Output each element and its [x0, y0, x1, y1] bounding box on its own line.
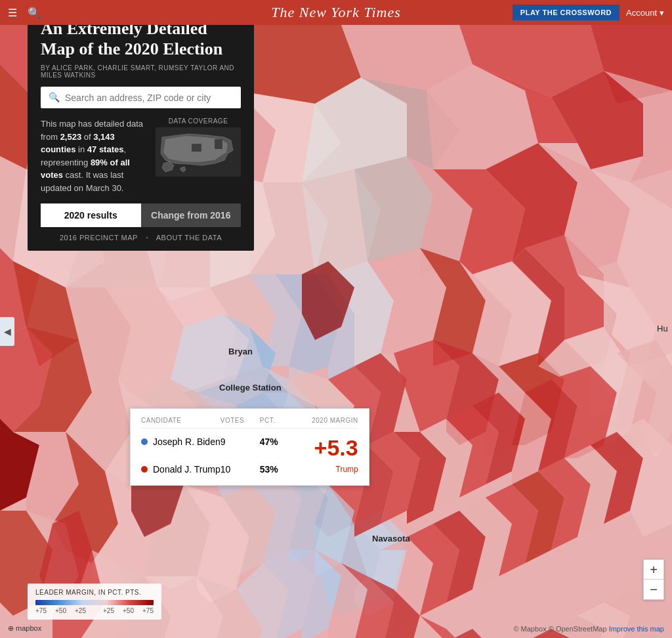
zoom-controls: + − [643, 559, 664, 600]
coverage-label: DATA COVERAGE [156, 117, 241, 125]
mapbox-logo: ⊕ mapbox [8, 624, 41, 633]
legend-r25: +25 [103, 607, 114, 614]
improve-map-link[interactable]: Improve this map [609, 625, 664, 633]
trump-pct: 53% [260, 464, 293, 475]
zoom-in-button[interactable]: + [644, 560, 663, 580]
panel-body: This map has detailed data from 2,523 of… [41, 117, 241, 194]
candidate-row-trump: Donald J. Trump 10 53% Trump [141, 461, 358, 477]
biden-name: Joseph R. Biden [141, 436, 220, 447]
popup-header: CANDIDATE VOTES PCT. 2020 MARGIN [141, 417, 358, 429]
precinct-map-link[interactable]: 2016 PRECINCT MAP [60, 234, 138, 242]
legend: LEADER MARGIN, IN PCT. PTS. +75 +50 +25 … [28, 584, 161, 620]
biden-label: Joseph R. Biden [153, 436, 220, 447]
crossword-button[interactable]: PLAY THE CROSSWORD [513, 5, 620, 20]
col-margin-header: 2020 MARGIN [293, 417, 358, 424]
btn-2020[interactable]: 2020 results [41, 203, 141, 227]
svg-rect-139 [215, 139, 222, 149]
trump-dot [141, 466, 148, 473]
footer-separator: • [146, 234, 148, 242]
legend-r50: +50 [123, 607, 134, 614]
side-arrow[interactable]: ◀ [0, 317, 14, 346]
attribution: © Mapbox © OpenStreetMap Improve this ma… [513, 625, 664, 633]
search-icon: 🔍 [49, 92, 60, 103]
margin-label: Trump [336, 465, 358, 474]
trump-votes: 10 [220, 464, 260, 475]
margin-cell: +5.3 [293, 436, 358, 459]
about-data-link[interactable]: ABOUT THE DATA [156, 234, 222, 242]
zoom-out-button[interactable]: − [644, 580, 663, 599]
col-pct-header: PCT. [260, 417, 293, 424]
search-bar[interactable]: 🔍 [41, 87, 241, 108]
hamburger-icon[interactable]: ☰ [8, 7, 17, 19]
candidate-row-biden: Joseph R. Biden 9 47% +5.3 [141, 434, 358, 461]
legend-d25: +25 [75, 607, 86, 614]
header-right: PLAY THE CROSSWORD Account ▾ [513, 5, 664, 20]
search-input[interactable] [65, 93, 233, 103]
col-votes-header: VOTES [220, 417, 260, 424]
legend-r75: +75 [142, 607, 154, 614]
svg-rect-138 [192, 144, 201, 152]
coverage-map: DATA COVERAGE [156, 117, 241, 179]
header-left: ☰ 🔍 [8, 7, 41, 19]
legend-labels: +75 +50 +25 +25 +50 +75 [35, 607, 154, 614]
info-panel: An Extremely Detailed Map of the 2020 El… [28, 5, 254, 251]
us-map-mini [156, 127, 241, 177]
header: ☰ 🔍 The New York Times PLAY THE CROSSWOR… [0, 0, 672, 25]
biden-pct: 47% [260, 436, 293, 447]
biden-dot [141, 438, 148, 445]
panel-footer: 2016 PRECINCT MAP • ABOUT THE DATA [41, 234, 241, 242]
legend-d75: +75 [35, 607, 47, 614]
btn-change[interactable]: Change from 2016 [141, 203, 242, 227]
toggle-buttons: 2020 results Change from 2016 [41, 203, 241, 227]
legend-d50: +50 [55, 607, 66, 614]
margin-label-cell: Trump [293, 465, 358, 474]
site-title: The New York Times [271, 4, 401, 21]
mapbox-text: ⊕ mapbox [8, 624, 41, 632]
data-popup: CANDIDATE VOTES PCT. 2020 MARGIN Joseph … [130, 408, 369, 486]
legend-bar [35, 600, 154, 605]
trump-name: Donald J. Trump [141, 464, 220, 475]
panel-authors: BY ALICE PARK, CHARLIE SMART, RUMSEY TAY… [41, 64, 241, 79]
attribution-text: © Mapbox © OpenStreetMap [513, 625, 606, 633]
biden-votes: 9 [220, 436, 260, 447]
legend-title: LEADER MARGIN, IN PCT. PTS. [35, 589, 154, 596]
margin-value: +5.3 [314, 436, 358, 459]
account-button[interactable]: Account ▾ [626, 8, 664, 18]
panel-description: This map has detailed data from 2,523 of… [41, 117, 148, 194]
col-candidate-header: CANDIDATE [141, 417, 220, 424]
trump-label: Donald J. Trump [153, 464, 220, 475]
header-search-icon[interactable]: 🔍 [28, 7, 41, 19]
